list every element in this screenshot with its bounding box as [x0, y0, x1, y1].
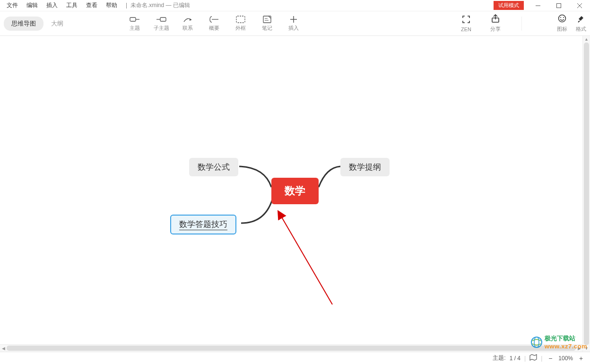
- tab-mindmap[interactable]: 思维导图: [4, 17, 43, 31]
- tool-format[interactable]: 格式: [576, 14, 586, 33]
- horizontal-scroll-thumb[interactable]: [7, 346, 576, 351]
- svg-rect-7: [160, 17, 166, 21]
- svg-line-22: [281, 217, 332, 304]
- tool-relation[interactable]: 联系: [176, 15, 200, 32]
- menu-file[interactable]: 文件: [3, 0, 22, 10]
- watermark: 极光下载站 www.xz7.com: [530, 334, 587, 350]
- watermark-url: www.xz7.com: [545, 343, 587, 350]
- insert-icon: [288, 15, 299, 24]
- svg-point-20: [563, 17, 564, 18]
- doc-divider: |: [126, 2, 129, 9]
- menu-help[interactable]: 帮助: [102, 0, 121, 10]
- tool-notes[interactable]: 笔记: [255, 15, 279, 32]
- map-overview-icon[interactable]: [529, 354, 537, 362]
- format-brush-icon: [577, 14, 585, 25]
- svg-rect-1: [557, 3, 561, 8]
- annotation-arrow: [276, 210, 342, 309]
- tool-insert[interactable]: 插入: [282, 15, 305, 32]
- tool-notes-label: 笔记: [262, 25, 272, 32]
- doc-filename: 未命名.xmind: [130, 2, 164, 9]
- tool-topic[interactable]: 主题: [123, 15, 147, 32]
- menu-view[interactable]: 查看: [82, 0, 101, 10]
- svg-point-23: [531, 337, 542, 347]
- status-divider2: |: [541, 355, 542, 362]
- watermark-name: 极光下载站: [545, 334, 587, 343]
- zoom-out-button[interactable]: −: [546, 354, 555, 363]
- tool-zen[interactable]: ZEN: [461, 15, 471, 32]
- svg-rect-10: [236, 16, 245, 23]
- horizontal-scrollbar[interactable]: ◀ ▶: [0, 344, 582, 352]
- topic-icon: [130, 15, 140, 24]
- tool-subtopic-label: 子主题: [154, 25, 169, 32]
- svg-point-19: [560, 17, 561, 18]
- main-menu: 文件 编辑 插入 工具 查看 帮助: [0, 0, 121, 10]
- window-minimize-button[interactable]: [528, 0, 548, 11]
- tool-icons[interactable]: 图标: [557, 14, 567, 33]
- toolbar-right: ZEN 分享 图标 格式: [461, 14, 586, 33]
- toolbar-tools: 主题 子主题 联系 概要 外框 笔记 插入: [123, 15, 305, 32]
- watermark-globe-icon: [530, 336, 543, 348]
- summary-icon: [209, 15, 219, 24]
- tool-boundary[interactable]: 外框: [229, 15, 252, 32]
- node-tips-text: 数学答题技巧: [179, 219, 227, 230]
- smiley-icon: [558, 14, 566, 25]
- scroll-left-arrow[interactable]: ◀: [0, 345, 7, 352]
- status-topic-count: 1 / 4: [510, 355, 521, 362]
- mindmap-canvas[interactable]: 数学公式 数学提纲 数学 数学答题技巧: [0, 36, 590, 352]
- relation-icon: [182, 15, 193, 24]
- zen-icon: [462, 15, 470, 26]
- tool-summary[interactable]: 概要: [202, 15, 226, 32]
- vertical-scroll-thumb[interactable]: [584, 43, 589, 345]
- tool-relation-label: 联系: [182, 25, 193, 32]
- menu-insert[interactable]: 插入: [43, 0, 61, 10]
- tool-boundary-label: 外框: [235, 25, 246, 32]
- document-title: | 未命名.xmind — 已编辑: [126, 1, 190, 9]
- subtopic-icon: [156, 15, 166, 24]
- node-central[interactable]: 数学: [271, 178, 319, 204]
- svg-rect-4: [130, 17, 136, 21]
- node-tips-selected[interactable]: 数学答题技巧: [170, 215, 236, 234]
- status-bar: 主题: 1 / 4 | | − 100% +: [0, 352, 590, 364]
- toolbar-divider: [521, 17, 522, 31]
- tool-format-label: 格式: [576, 26, 586, 33]
- window-close-button[interactable]: [569, 0, 590, 11]
- minimize-icon: [536, 3, 540, 8]
- share-icon: [491, 14, 500, 25]
- tool-icons-label: 图标: [557, 26, 567, 33]
- node-formula[interactable]: 数学公式: [189, 158, 238, 176]
- zoom-in-button[interactable]: +: [577, 354, 585, 363]
- node-syllabus[interactable]: 数学提纲: [340, 158, 390, 176]
- tool-summary-label: 概要: [209, 25, 219, 32]
- close-icon: [577, 3, 582, 8]
- tool-subtopic[interactable]: 子主题: [149, 15, 173, 32]
- menu-edit[interactable]: 编辑: [23, 0, 42, 10]
- view-tabs: 思维导图 大纲: [4, 17, 71, 31]
- tool-share-label: 分享: [490, 26, 501, 33]
- title-bar-right: 试用模式: [494, 0, 590, 11]
- tool-zen-label: ZEN: [461, 26, 471, 32]
- window-maximize-button[interactable]: [548, 0, 569, 11]
- title-bar: 文件 编辑 插入 工具 查看 帮助 | 未命名.xmind — 已编辑 试用模式: [0, 0, 590, 11]
- status-divider: |: [524, 355, 526, 362]
- tool-topic-label: 主题: [130, 25, 140, 32]
- notes-icon: [262, 15, 272, 24]
- doc-status: — 已编辑: [165, 2, 190, 9]
- tool-insert-label: 插入: [288, 25, 299, 32]
- toolbar: 思维导图 大纲 主题 子主题 联系 概要 外框 笔记 插入: [0, 11, 590, 36]
- menu-tools[interactable]: 工具: [62, 0, 81, 10]
- maximize-icon: [556, 3, 561, 8]
- tab-outline[interactable]: 大纲: [43, 17, 71, 31]
- boundary-icon: [235, 15, 246, 24]
- zoom-level[interactable]: 100%: [558, 355, 573, 362]
- scroll-up-arrow[interactable]: ▲: [583, 36, 590, 43]
- trial-mode-badge[interactable]: 试用模式: [494, 1, 524, 10]
- status-topic-label: 主题:: [493, 354, 505, 362]
- vertical-scrollbar[interactable]: ▲ ▼: [582, 36, 590, 352]
- tool-share[interactable]: 分享: [490, 14, 501, 33]
- svg-point-18: [559, 15, 566, 22]
